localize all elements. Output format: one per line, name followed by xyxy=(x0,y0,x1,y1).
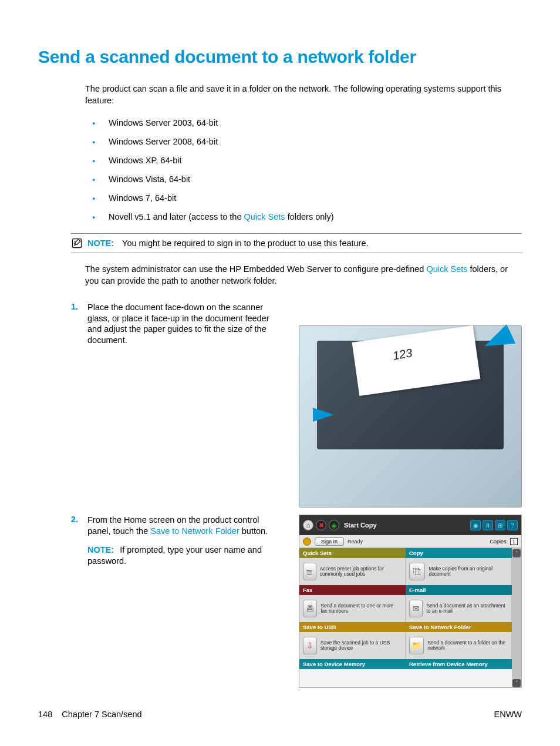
language-icon[interactable]: ⊞ xyxy=(495,520,505,530)
note-label: NOTE: xyxy=(87,238,114,248)
panel-statusbar: Sign In Ready Copies: 1 xyxy=(299,535,521,548)
start-icon[interactable]: ◈ xyxy=(329,520,339,530)
hp-logo-icon: ⌂ xyxy=(303,520,313,530)
tile-copy[interactable]: ⿻Make copies from an original document xyxy=(406,558,512,585)
os-novell-post: folders only) xyxy=(285,212,334,221)
tile-netfolder-header: Save to Network Folder xyxy=(406,622,512,632)
page-title: Send a scanned document to a network fol… xyxy=(38,47,522,67)
network-icon[interactable]: ◉ xyxy=(470,520,481,530)
os-list: Windows Server 2003, 64-bit Windows Serv… xyxy=(85,118,522,221)
tile-quicksets[interactable]: ≣Access preset job options for commonly … xyxy=(299,558,406,585)
tile-fax-header: Fax xyxy=(299,585,406,595)
scroll-down-icon[interactable]: ˅ xyxy=(512,679,521,687)
tile-usb[interactable]: ⇩Save the scanned job to a USB storage d… xyxy=(299,632,406,659)
copy-icon: ⿻ xyxy=(409,563,425,580)
tile-netfolder[interactable]: 📁Send a document to a folder on the netw… xyxy=(406,632,512,659)
sign-in-button[interactable]: Sign In xyxy=(315,537,344,546)
admin-paragraph: The system administrator can use the HP … xyxy=(85,264,522,287)
scanner-illustration: 123 xyxy=(299,325,522,508)
chapter-label: Chapter 7 Scan/send xyxy=(62,710,141,719)
step-1: 1. Place the document face-down on the s… xyxy=(38,302,522,508)
step2-text: From the Home screen on the product cont… xyxy=(87,515,281,536)
tile-fax[interactable]: 🖷Send a document to one or more fax numb… xyxy=(299,595,406,622)
tile-devmem-header: Save to Device Memory xyxy=(299,659,406,669)
arrow-right-icon xyxy=(313,408,334,422)
tile-email[interactable]: ✉Send a document as an attachment to an … xyxy=(406,595,512,622)
warning-icon[interactable] xyxy=(303,537,311,546)
step-number: 1. xyxy=(58,302,78,311)
note-text: You might be required to sign in to the … xyxy=(122,238,368,248)
start-copy-label: Start Copy xyxy=(344,522,377,529)
copies-label: Copies: xyxy=(490,539,508,545)
scroll-up-icon[interactable]: ˄ xyxy=(512,549,521,557)
svg-rect-0 xyxy=(73,239,82,248)
envelope-icon: ✉ xyxy=(409,600,423,617)
folder-icon: 📁 xyxy=(409,637,424,654)
os-item: Windows Server 2003, 64-bit xyxy=(92,118,522,127)
page-footer: 148 Chapter 7 Scan/send ENWW xyxy=(38,710,522,719)
os-item: Windows Vista, 64-bit xyxy=(92,174,522,184)
os-novell-pre: Novell v5.1 and later (access to the xyxy=(109,212,244,221)
tile-retrieve-header: Retrieve from Device Memory xyxy=(406,659,512,669)
tile-email-header: E-mail xyxy=(406,585,512,595)
os-item: Novell v5.1 and later (access to the Qui… xyxy=(92,212,522,221)
fax-icon: 🖷 xyxy=(303,600,317,617)
ready-status: Ready xyxy=(348,539,363,545)
step-2: 2. From the Home screen on the product c… xyxy=(38,515,522,688)
step-number: 2. xyxy=(58,515,78,524)
page-number: 148 xyxy=(38,710,52,719)
tile-quicksets-header: Quick Sets xyxy=(299,548,406,558)
os-item: Windows 7, 64-bit xyxy=(92,193,522,203)
step2-note: NOTE: If prompted, type your user name a… xyxy=(87,545,281,566)
step1-text: Place the document face-down on the scan… xyxy=(87,302,281,345)
usb-icon: ⇩ xyxy=(303,637,317,654)
control-panel-screenshot: ⌂ ✖ ◈ Start Copy ◉ ⏸ ⊞ ? Sign In Ready C… xyxy=(299,515,522,688)
arrow-down-icon xyxy=(480,325,516,357)
intro-paragraph: The product can scan a file and save it … xyxy=(85,83,522,106)
quick-sets-link[interactable]: Quick Sets xyxy=(244,212,285,221)
scrollbar[interactable]: ˄ ˅ xyxy=(512,548,521,688)
os-item: Windows Server 2008, 64-bit xyxy=(92,137,522,146)
footer-lang: ENWW xyxy=(494,710,522,719)
help-icon[interactable]: ? xyxy=(507,520,518,530)
tile-usb-header: Save to USB xyxy=(299,622,406,632)
stop-icon[interactable]: ✖ xyxy=(316,520,326,530)
os-item: Windows XP, 64-bit xyxy=(92,156,522,165)
tile-copy-header: Copy xyxy=(406,548,512,558)
list-icon: ≣ xyxy=(303,563,316,580)
note-icon xyxy=(71,237,83,249)
save-to-network-folder-link[interactable]: Save to Network Folder xyxy=(150,526,239,536)
note-callout: NOTE: You might be required to sign in t… xyxy=(71,233,522,253)
note-label: NOTE: xyxy=(87,545,114,555)
pause-icon[interactable]: ⏸ xyxy=(483,520,493,530)
panel-topbar: ⌂ ✖ ◈ Start Copy ◉ ⏸ ⊞ ? xyxy=(299,515,521,535)
quick-sets-link[interactable]: Quick Sets xyxy=(426,264,467,274)
paper-sheet xyxy=(352,325,480,396)
copies-input[interactable]: 1 xyxy=(510,538,518,545)
